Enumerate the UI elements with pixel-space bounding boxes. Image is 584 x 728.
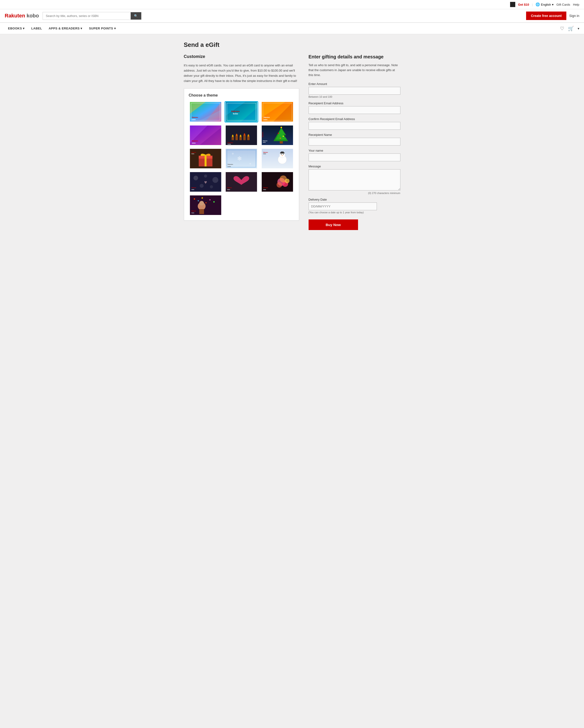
recipient-email-group: Receipient Email Address xyxy=(309,102,400,114)
char-count: (0) 270 characters minimum xyxy=(309,192,400,194)
search-bar: 🔍 xyxy=(43,12,141,20)
delivery-date-group: Delivery Date (You can choose a date up … xyxy=(309,198,400,214)
svg-point-74 xyxy=(200,184,204,188)
recipient-name-group: Receipient Name xyxy=(309,133,400,146)
theme-card-1[interactable]: Rakuten kobo xyxy=(189,101,222,122)
logo-kobo: kobo xyxy=(27,13,39,19)
svg-text:kobo: kobo xyxy=(263,153,266,154)
chevron-down-icon: ▾ xyxy=(80,27,82,30)
svg-text:kobo: kobo xyxy=(191,153,194,154)
svg-point-30 xyxy=(232,135,234,137)
theme-card-4[interactable]: Rakuten kobo xyxy=(189,125,222,146)
svg-rect-51 xyxy=(205,155,207,166)
svg-text:Rakuten: Rakuten xyxy=(228,142,233,143)
language-label: English xyxy=(541,3,551,6)
theme-card-7[interactable]: Rakuten kobo xyxy=(189,148,222,169)
svg-text:Rakuten: Rakuten xyxy=(263,187,268,188)
two-column-layout: Customize It's easy to send eGift cards.… xyxy=(184,54,400,230)
nav-super-points[interactable]: SUPER POINTS ▾ xyxy=(86,23,119,34)
theme-grid: Rakuten kobo xyxy=(189,101,294,216)
delivery-date-label: Delivery Date xyxy=(309,198,400,201)
svg-rect-99 xyxy=(199,209,204,214)
gift-cards-link[interactable]: Gift Cards xyxy=(556,3,570,6)
svg-rect-90 xyxy=(190,196,221,215)
sign-in-link[interactable]: Sign in xyxy=(569,14,579,18)
svg-text:kobo: kobo xyxy=(191,212,194,213)
wishlist-icon[interactable]: ♡ xyxy=(560,26,564,31)
svg-point-31 xyxy=(236,133,238,136)
buy-now-button[interactable]: Buy Now xyxy=(309,219,358,230)
theme-card-6[interactable]: Rakuten Rakuten kobo xyxy=(261,125,294,146)
svg-text:Rakuten: Rakuten xyxy=(228,164,233,165)
svg-point-41 xyxy=(278,133,279,134)
svg-point-42 xyxy=(283,136,284,137)
svg-point-34 xyxy=(248,134,249,136)
create-account-button[interactable]: Create free account xyxy=(526,11,566,20)
svg-point-73 xyxy=(212,177,218,183)
svg-text:Rakuten: Rakuten xyxy=(191,210,196,212)
theme-title: Choose a theme xyxy=(189,93,294,98)
logo[interactable]: Rakuten kobo xyxy=(5,13,39,19)
theme-card-2[interactable]: Rakuten kobo xyxy=(224,101,258,122)
theme-card-9[interactable]: Rakuten kobo xyxy=(261,148,294,169)
confirm-email-group: Confirm Receipient Email Address xyxy=(309,117,400,130)
delivery-date-hint: (You can choose a date up to 1 year from… xyxy=(309,211,400,214)
cart-dropdown-icon[interactable]: ▾ xyxy=(578,27,579,30)
svg-text:❄: ❄ xyxy=(237,155,242,162)
theme-card-5[interactable]: Rakuten kobo xyxy=(224,125,258,146)
theme-card-13[interactable]: Rakuten kobo xyxy=(189,195,222,216)
theme-card-3[interactable]: Rakuten kobo xyxy=(261,101,294,122)
svg-text:kobo: kobo xyxy=(228,165,231,167)
svg-text:Rakuten: Rakuten xyxy=(262,132,263,137)
chevron-down-icon: ▾ xyxy=(23,27,25,30)
recipient-name-input[interactable] xyxy=(309,138,400,146)
get-10-link[interactable]: Get $10 xyxy=(518,3,529,6)
nav-apps[interactable]: APPS & eREADERS ▾ xyxy=(46,23,86,34)
svg-text:kobo: kobo xyxy=(191,189,194,190)
svg-text:kobo: kobo xyxy=(263,189,266,190)
message-group: Message (0) 270 characters minimum xyxy=(309,164,400,194)
svg-text:Rakuten: Rakuten xyxy=(264,117,270,119)
amount-group: Enter Amount Between 10 and 100 xyxy=(309,82,400,98)
theme-card-11[interactable]: Rakuten kobo xyxy=(224,172,258,192)
recipient-email-input[interactable] xyxy=(309,106,400,114)
svg-text:Rakuten: Rakuten xyxy=(192,140,198,142)
amount-label: Enter Amount xyxy=(309,82,400,86)
nav-label[interactable]: LABEL xyxy=(28,23,46,34)
svg-text:kobo: kobo xyxy=(192,142,195,144)
svg-point-75 xyxy=(210,185,213,188)
black-square-icon xyxy=(510,2,515,7)
svg-point-44 xyxy=(280,127,282,128)
message-textarea[interactable] xyxy=(309,169,400,190)
svg-point-98 xyxy=(199,201,204,206)
svg-point-72 xyxy=(204,175,207,178)
svg-text:Rakuten: Rakuten xyxy=(191,151,196,153)
confirm-email-label: Confirm Receipient Email Address xyxy=(309,117,400,121)
language-selector[interactable]: 🌐 English ▾ xyxy=(535,2,554,7)
theme-card-8[interactable]: ❄ ❄ ❄ Rakuten kobo xyxy=(224,148,258,169)
svg-text:❄: ❄ xyxy=(232,152,234,155)
confirm-email-input[interactable] xyxy=(309,122,400,130)
nav-ebooks[interactable]: eBOOKS ▾ xyxy=(5,23,28,34)
cart-icon[interactable]: 🛒 xyxy=(568,26,574,31)
svg-rect-67 xyxy=(281,151,284,153)
search-button[interactable]: 🔍 xyxy=(131,12,141,20)
theme-card-12[interactable]: Rakuten kobo xyxy=(261,172,294,192)
form-title: Enter gifting details and message xyxy=(309,54,400,59)
nav-bar: eBOOKS ▾ LABEL APPS & eREADERS ▾ SUPER P… xyxy=(0,23,584,34)
your-name-input[interactable] xyxy=(309,154,400,161)
form-description: Tell us who to send this gift to, and ad… xyxy=(309,63,400,77)
header-actions: Create free account Sign in xyxy=(526,11,579,20)
theme-card-10[interactable]: ♥ Rakuten kobo xyxy=(189,172,222,192)
svg-point-65 xyxy=(283,154,284,154)
svg-text:Rakuten: Rakuten xyxy=(263,151,268,153)
svg-text:kobo: kobo xyxy=(263,141,266,143)
delivery-date-input[interactable] xyxy=(309,203,377,210)
svg-point-71 xyxy=(193,176,198,180)
search-icon: 🔍 xyxy=(134,14,138,18)
svg-point-43 xyxy=(280,137,281,139)
search-input[interactable] xyxy=(43,12,131,20)
help-link[interactable]: Help xyxy=(573,3,579,6)
svg-point-86 xyxy=(285,179,290,183)
amount-input[interactable] xyxy=(309,87,400,95)
